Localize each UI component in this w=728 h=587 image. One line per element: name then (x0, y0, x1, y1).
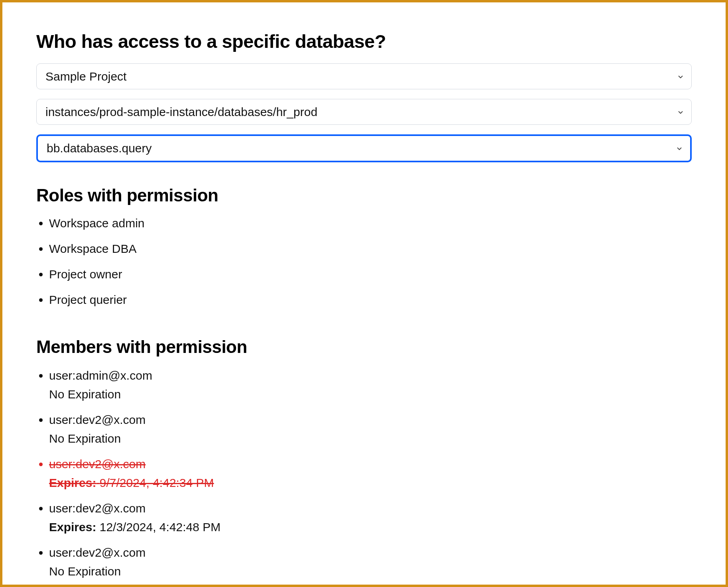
members-heading: Members with permission (36, 337, 692, 357)
member-id: user:dev2@x.com (49, 457, 146, 471)
member-expiration: Expires: 9/7/2024, 4:42:34 PM (49, 474, 692, 492)
member-item: user:dev2@x.com No Expiration (49, 411, 692, 448)
members-list: user:admin@x.com No Expiration user:dev2… (36, 366, 692, 581)
member-expiration: No Expiration (49, 385, 692, 404)
expires-label: Expires: (49, 520, 96, 534)
member-id: user:admin@x.com (49, 369, 152, 382)
permission-select-value: bb.databases.query (47, 142, 152, 155)
member-expiration: No Expiration (49, 562, 692, 581)
role-item: Workspace DBA (49, 240, 692, 257)
expires-value: 9/7/2024, 4:42:34 PM (100, 476, 214, 489)
member-id: user:dev2@x.com (49, 413, 146, 426)
database-select-value: instances/prod-sample-instance/databases… (45, 105, 317, 119)
role-item: Workspace admin (49, 215, 692, 232)
member-item: user:dev2@x.com Expires: 12/3/2024, 4:42… (49, 499, 692, 536)
expires-label: Expires: (49, 476, 96, 489)
member-expiration: Expires: 12/3/2024, 4:42:48 PM (49, 518, 692, 537)
member-id: user:dev2@x.com (49, 502, 146, 515)
roles-list: Workspace admin Workspace DBA Project ow… (36, 215, 692, 308)
page-title: Who has access to a specific database? (36, 30, 692, 52)
chevron-down-icon (676, 142, 683, 155)
member-expiration: No Expiration (49, 429, 692, 448)
chevron-down-icon (677, 70, 684, 83)
role-item: Project querier (49, 292, 692, 308)
member-item: user:admin@x.com No Expiration (49, 366, 692, 404)
project-select-value: Sample Project (45, 70, 126, 83)
member-id: user:dev2@x.com (49, 546, 146, 559)
role-item: Project owner (49, 266, 692, 283)
roles-heading: Roles with permission (36, 185, 692, 205)
permission-select[interactable]: bb.databases.query (36, 134, 692, 162)
chevron-down-icon (677, 105, 684, 119)
database-select[interactable]: instances/prod-sample-instance/databases… (36, 99, 692, 125)
expires-value: 12/3/2024, 4:42:48 PM (100, 520, 221, 534)
member-item-expired: user:dev2@x.com Expires: 9/7/2024, 4:42:… (49, 455, 692, 492)
member-item: user:dev2@x.com No Expiration (49, 544, 692, 581)
project-select[interactable]: Sample Project (36, 63, 692, 89)
